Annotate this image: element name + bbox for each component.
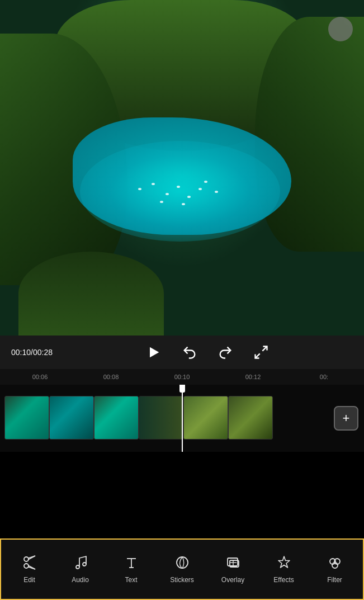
filter-icon [327,555,343,573]
redo-button[interactable] [207,344,243,360]
controls-bar: 00:10/00:28 [0,336,364,369]
ruler-mark: 00:08 [75,374,146,380]
ruler-mark: 00:12 [218,374,289,380]
svg-line-2 [255,353,259,358]
svg-point-3 [24,557,29,561]
play-icon [146,344,162,360]
stickers-icon [174,555,190,573]
tool-edit[interactable]: Edit [4,555,55,584]
add-clip-button[interactable]: + [334,406,358,431]
tool-text[interactable]: Text [106,555,157,584]
overlay-icon [225,555,241,573]
tool-audio[interactable]: Audio [55,555,106,584]
tool-effects[interactable]: Effects [258,555,309,584]
svg-line-1 [262,347,267,351]
film-strip [4,396,273,441]
film-frame [228,396,273,440]
redo-icon [218,344,233,360]
undo-icon [182,344,197,360]
film-frame [183,396,228,440]
bottom-toolbar: Edit Audio Text [0,538,364,600]
video-preview [0,0,364,336]
tool-filter[interactable]: Filter [309,555,360,584]
svg-point-9 [76,565,79,569]
text-icon [124,555,139,573]
ruler-mark: 00:10 [146,374,218,380]
svg-marker-0 [150,347,159,358]
play-button[interactable] [136,344,172,360]
ruler-mark: 00: [289,374,360,380]
circle-button[interactable] [328,17,353,41]
tool-stickers-label: Stickers [170,576,194,584]
tool-overlay[interactable]: Overlay [207,555,258,584]
svg-marker-19 [278,556,290,568]
undo-button[interactable] [172,344,207,360]
music-icon [73,555,88,573]
svg-rect-15 [228,558,238,566]
film-frame [94,396,139,440]
tool-effects-label: Effects [273,576,294,584]
time-display: 00:10/00:28 [11,348,62,357]
playhead [182,385,183,452]
ruler-mark: 00:06 [4,374,75,380]
timeline-ruler: 00:06 00:08 00:10 00:12 00: [0,369,364,385]
film-frame [139,396,183,440]
timeline-strip[interactable]: + [0,385,364,452]
svg-point-14 [177,557,188,568]
svg-point-4 [24,564,29,568]
expand-icon [253,344,269,360]
tool-audio-label: Audio [72,576,89,584]
tool-stickers[interactable]: Stickers [157,555,207,584]
effects-icon [276,555,292,573]
film-frame [49,396,94,440]
film-frame [4,396,49,440]
tool-edit-label: Edit [23,576,35,584]
scissors-icon [22,555,37,573]
tool-filter-label: Filter [327,576,342,584]
svg-point-10 [83,563,86,566]
tool-text-label: Text [125,576,137,584]
tool-overlay-label: Overlay [221,576,244,584]
expand-button[interactable] [243,344,279,360]
